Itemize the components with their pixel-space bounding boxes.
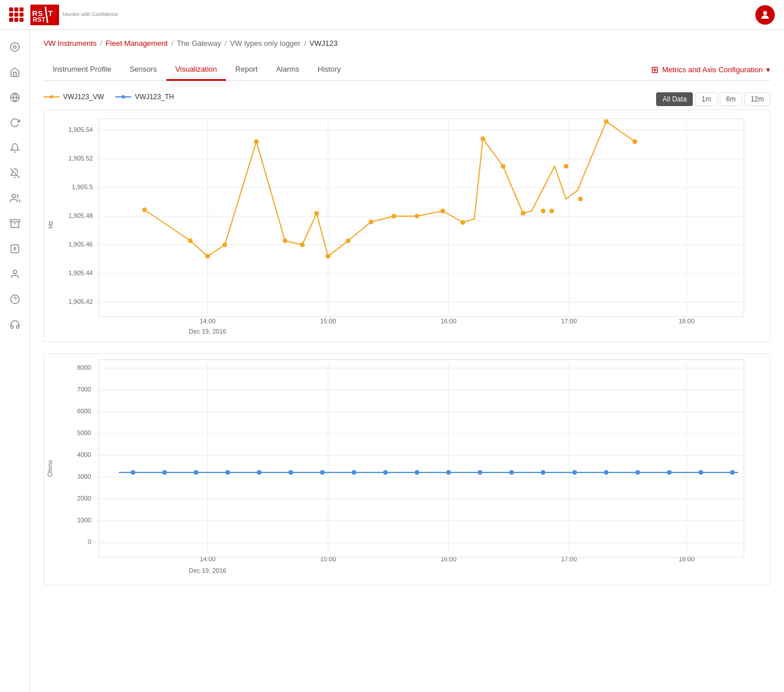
chart1-point	[633, 139, 637, 144]
top-bar-left: R S T Monitor with Confidence	[9, 5, 118, 25]
svg-text:18:00: 18:00	[678, 318, 695, 325]
svg-rect-12	[10, 220, 19, 222]
sidebar-item-refresh[interactable]	[3, 111, 26, 134]
svg-text:1,905.54: 1,905.54	[68, 126, 93, 133]
svg-point-15	[13, 270, 17, 273]
chart2-point	[257, 470, 262, 475]
tabs-container: Instrument Profile Sensors Visualization…	[44, 59, 770, 81]
svg-rect-50	[44, 354, 755, 583]
sidebar-item-bell[interactable]	[3, 136, 26, 159]
tab-visualization[interactable]: Visualization	[166, 59, 227, 81]
sidebar	[0, 30, 30, 606]
chart1-point	[461, 220, 465, 225]
svg-text:1,905.42: 1,905.42	[68, 298, 93, 305]
logo-svg: R S T	[30, 5, 59, 25]
chart2-wrapper: 8000 7000 6000 5000 4000 3000 2000 1000 …	[44, 353, 770, 585]
breadcrumb-vw-instruments[interactable]: VW Instruments	[44, 39, 96, 48]
time-range-buttons: All Data 1m 6m 12m	[656, 92, 770, 106]
legend-vwj123-vw: VWJ123_VW	[44, 93, 104, 101]
chart1-point	[392, 214, 396, 218]
chart1-point	[549, 209, 554, 213]
metrics-label: Metrics and Axis Configuration	[662, 65, 763, 74]
breadcrumb-vw-types-only-logger: VW types only logger	[230, 39, 301, 48]
time-btn-6m[interactable]: 6m	[720, 92, 742, 106]
chart1-point	[142, 208, 147, 212]
svg-text:7000: 7000	[77, 386, 91, 393]
legend-th-line-icon	[115, 94, 131, 100]
metrics-axis-config-button[interactable]: ⊞ Metrics and Axis Configuration ▾	[651, 64, 770, 75]
chart2-point	[383, 470, 388, 475]
svg-text:S: S	[38, 9, 43, 18]
svg-point-11	[11, 194, 15, 198]
svg-text:1,905.46: 1,905.46	[68, 241, 93, 248]
sidebar-item-person[interactable]	[3, 263, 26, 286]
sidebar-item-help[interactable]	[3, 288, 26, 311]
logo: R S T Monitor with Confidence	[30, 5, 118, 25]
svg-text:4000: 4000	[77, 451, 91, 458]
chart2-svg-container: 8000 7000 6000 5000 4000 3000 2000 1000 …	[44, 353, 770, 585]
tab-instrument-profile[interactable]: Instrument Profile	[44, 59, 120, 81]
chart1-point	[604, 119, 609, 124]
chart1-point	[254, 139, 259, 144]
chart2-point	[415, 470, 419, 475]
svg-text:14:00: 14:00	[200, 556, 216, 562]
breadcrumb-fleet-management[interactable]: Fleet Management	[106, 39, 167, 48]
time-btn-12m[interactable]: 12m	[744, 92, 770, 106]
grid-menu-icon[interactable]	[9, 7, 24, 22]
sidebar-item-globe[interactable]	[3, 86, 26, 109]
chart2-point	[572, 470, 577, 475]
svg-point-5	[763, 11, 767, 15]
tab-sensors[interactable]: Sensors	[120, 59, 166, 81]
sidebar-item-users[interactable]	[3, 187, 26, 210]
svg-text:R: R	[32, 9, 38, 18]
svg-text:16:00: 16:00	[440, 318, 457, 325]
logo-tagline: Monitor with Confidence	[63, 11, 118, 18]
chart1-svg-container: 1,905.54 1,905.52 1,905.5 1,905.48 1,905…	[44, 110, 770, 342]
svg-text:1,905.52: 1,905.52	[68, 155, 93, 162]
svg-text:0: 0	[88, 538, 91, 545]
chart2-point	[730, 470, 735, 475]
svg-text:14:00: 14:00	[200, 318, 216, 325]
chart2-point	[194, 470, 198, 475]
chart1-point	[541, 209, 545, 213]
sidebar-item-bell-off[interactable]	[3, 162, 26, 185]
breadcrumb-sep-3: /	[224, 39, 227, 48]
sidebar-item-archive[interactable]	[3, 212, 26, 235]
chart1-svg: 1,905.54 1,905.52 1,905.5 1,905.48 1,905…	[44, 110, 755, 339]
chart1-wrapper: VWJ123_VW VWJ123_TH All Data 1m 6m 12m	[44, 92, 770, 342]
svg-text:1,905.5: 1,905.5	[72, 183, 93, 190]
tab-alarms[interactable]: Alarms	[267, 59, 308, 81]
chart1-point	[283, 239, 287, 243]
time-btn-all-data[interactable]: All Data	[656, 92, 693, 106]
chart2-point	[667, 470, 672, 475]
tab-report[interactable]: Report	[226, 59, 267, 81]
sidebar-item-headset[interactable]	[3, 313, 26, 336]
svg-point-21	[122, 95, 125, 99]
svg-text:1,905.44: 1,905.44	[68, 269, 93, 276]
chart1-point	[521, 211, 525, 216]
time-btn-1m[interactable]: 1m	[695, 92, 717, 106]
sidebar-item-home2[interactable]	[3, 237, 26, 260]
svg-text:Hz: Hz	[47, 221, 54, 229]
chart2-svg: 8000 7000 6000 5000 4000 3000 2000 1000 …	[44, 354, 755, 583]
legend-vw-line-icon	[44, 94, 60, 100]
chart2-point	[699, 470, 703, 475]
user-avatar[interactable]	[755, 5, 775, 25]
breadcrumb-the-gateway: The Gateway	[177, 39, 221, 48]
breadcrumb-sep-1: /	[100, 39, 102, 48]
chart1-point	[188, 239, 193, 243]
svg-line-10	[10, 169, 19, 178]
svg-text:Dec 19, 2016: Dec 19, 2016	[189, 328, 226, 335]
chart1-point	[481, 136, 485, 141]
svg-text:17:00: 17:00	[561, 318, 577, 325]
svg-point-19	[50, 95, 53, 99]
tab-history[interactable]: History	[309, 59, 350, 81]
sidebar-item-dashboard[interactable]	[3, 36, 26, 58]
sidebar-item-home[interactable]	[3, 61, 26, 84]
chart1-point	[300, 243, 305, 247]
top-bar: R S T Monitor with Confidence	[0, 0, 784, 30]
chart1-point	[501, 164, 505, 169]
breadcrumb-sep-4: /	[304, 39, 306, 48]
legend-vwj123-th: VWJ123_TH	[115, 93, 174, 101]
chart1-point	[346, 239, 350, 243]
